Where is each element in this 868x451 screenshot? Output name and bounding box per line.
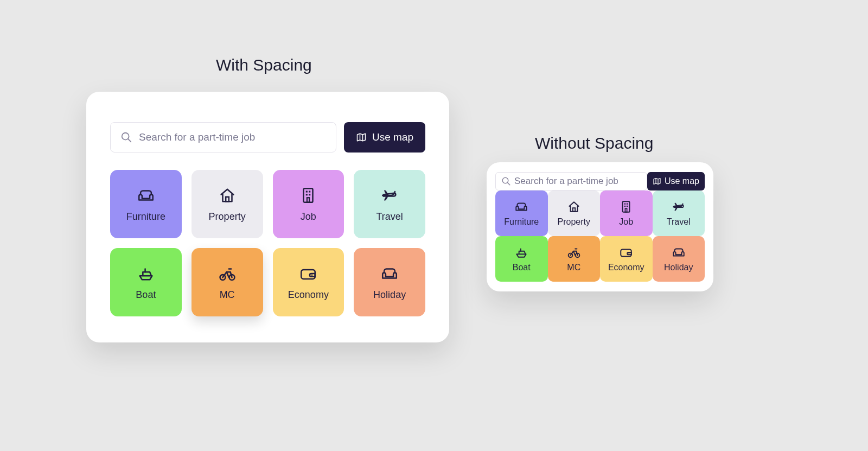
category-label: Travel	[376, 211, 403, 223]
map-icon	[653, 177, 661, 186]
category-tile-job[interactable]: Job	[600, 190, 653, 236]
category-label: Holiday	[664, 263, 693, 272]
heading-with-spacing: With Spacing	[216, 56, 312, 74]
category-tile-property[interactable]: Property	[548, 190, 601, 236]
use-map-button[interactable]: Use map	[647, 172, 705, 190]
category-label: Furniture	[126, 211, 165, 223]
category-tile-boat[interactable]: Boat	[110, 248, 182, 316]
couch-icon	[137, 186, 155, 205]
category-tile-furniture[interactable]: Furniture	[495, 190, 548, 236]
category-label: MC	[567, 263, 580, 272]
house-icon	[567, 200, 581, 214]
category-tile-holiday[interactable]: Holiday	[354, 248, 425, 316]
search-row: Search for a part-time job Use map	[495, 172, 705, 190]
wallet-icon	[299, 264, 317, 283]
bike-icon	[567, 245, 581, 259]
category-tile-furniture[interactable]: Furniture	[110, 170, 182, 238]
category-label: Economy	[288, 289, 329, 301]
boat-icon	[137, 264, 155, 283]
use-map-label: Use map	[665, 176, 699, 186]
search-placeholder-text: Search for a part-time job	[139, 131, 255, 143]
category-tile-boat[interactable]: Boat	[495, 236, 548, 282]
use-map-label: Use map	[372, 131, 413, 143]
building-icon	[619, 200, 633, 214]
plane-icon	[380, 186, 399, 205]
search-icon	[501, 176, 511, 186]
building-icon	[299, 186, 317, 205]
couch-icon	[672, 245, 686, 259]
house-icon	[218, 186, 237, 205]
spacing-example-card-without: Search for a part-time job Use map Furni…	[487, 162, 713, 291]
boat-icon	[514, 245, 528, 259]
heading-without-spacing: Without Spacing	[535, 134, 653, 153]
category-label: Job	[301, 211, 316, 223]
category-tile-economy[interactable]: Economy	[273, 248, 344, 316]
search-placeholder-text: Search for a part-time job	[514, 176, 618, 187]
category-label: Economy	[608, 263, 644, 272]
map-icon	[356, 132, 367, 143]
category-tile-travel[interactable]: Travel	[354, 170, 425, 238]
search-input[interactable]: Search for a part-time job	[495, 172, 647, 190]
search-input[interactable]: Search for a part-time job	[110, 122, 336, 153]
category-tile-mc[interactable]: MC	[548, 236, 601, 282]
category-label: Property	[558, 217, 590, 227]
spacing-example-card-with: Search for a part-time job Use map Furni…	[86, 92, 449, 342]
category-label: Holiday	[373, 289, 406, 301]
search-row: Search for a part-time job Use map	[110, 122, 425, 153]
category-grid: FurniturePropertyJobTravelBoatMCEconomyH…	[110, 170, 425, 316]
search-icon	[120, 131, 132, 143]
category-tile-travel[interactable]: Travel	[653, 190, 705, 236]
category-tile-economy[interactable]: Economy	[600, 236, 653, 282]
category-label: Boat	[513, 263, 531, 272]
category-tile-mc[interactable]: MC	[192, 248, 263, 316]
plane-icon	[672, 200, 686, 214]
use-map-button[interactable]: Use map	[344, 122, 425, 153]
category-label: Job	[619, 217, 633, 227]
category-label: Property	[209, 211, 246, 223]
category-label: Boat	[136, 289, 156, 301]
wallet-icon	[619, 245, 633, 259]
category-tile-holiday[interactable]: Holiday	[653, 236, 705, 282]
category-label: Furniture	[504, 217, 539, 227]
couch-icon	[380, 264, 399, 283]
category-grid: FurniturePropertyJobTravelBoatMCEconomyH…	[495, 190, 705, 282]
category-tile-property[interactable]: Property	[192, 170, 263, 238]
bike-icon	[218, 264, 237, 283]
category-tile-job[interactable]: Job	[273, 170, 344, 238]
couch-icon	[514, 200, 528, 214]
category-label: MC	[220, 289, 235, 301]
category-label: Travel	[667, 217, 691, 227]
